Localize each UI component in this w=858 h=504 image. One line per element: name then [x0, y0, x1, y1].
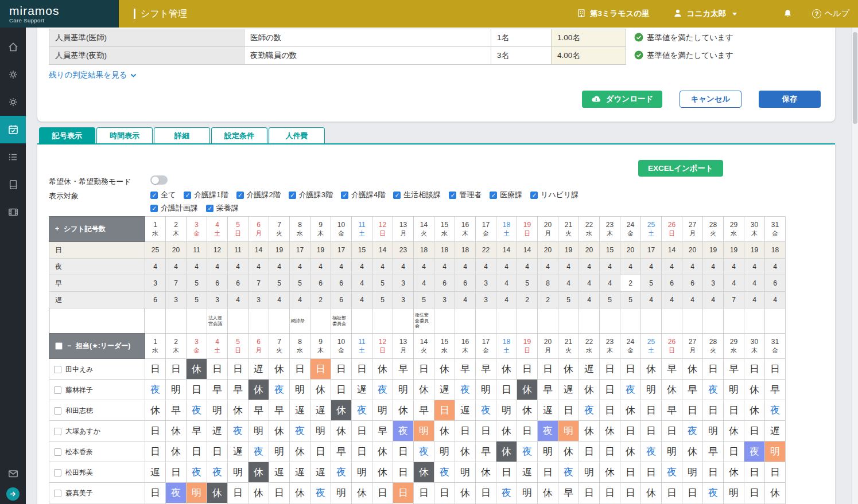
shift-cell[interactable]: 日	[662, 421, 682, 442]
memo-cell[interactable]: 福祉部委員会	[331, 308, 352, 334]
shift-cell[interactable]: 休	[682, 442, 703, 462]
filter-item[interactable]: 栄養課	[206, 203, 239, 213]
shift-cell[interactable]: 早	[682, 380, 703, 400]
shift-cell[interactable]: 遅	[290, 400, 310, 421]
count-row-label[interactable]: 日	[49, 242, 145, 259]
memo-cell[interactable]	[517, 308, 538, 334]
shift-cell[interactable]: 明	[393, 380, 414, 400]
shift-cell[interactable]: 休	[290, 483, 310, 503]
shift-cell[interactable]: 日	[558, 400, 579, 421]
shift-cell[interactable]: 休	[455, 442, 476, 462]
shift-cell[interactable]: 日	[207, 442, 228, 462]
memo-cell[interactable]	[682, 308, 703, 334]
shift-cell[interactable]: 夜	[249, 442, 269, 462]
shift-cell[interactable]: 休	[434, 421, 455, 442]
shift-cell[interactable]: 日	[765, 359, 786, 380]
shift-cell[interactable]: 休	[744, 380, 765, 400]
shift-cell[interactable]: 夜	[310, 483, 331, 503]
shift-cell[interactable]: 休	[372, 462, 393, 483]
shift-cell[interactable]: 夜	[352, 400, 372, 421]
shift-cell[interactable]: 日	[682, 483, 703, 503]
shift-cell[interactable]: 夜	[496, 483, 517, 503]
shift-cell[interactable]: 明	[207, 400, 228, 421]
sidebar-item-manual[interactable]	[0, 171, 26, 198]
memo-cell[interactable]	[724, 308, 744, 334]
shift-cell[interactable]: 日	[166, 359, 187, 380]
shift-cell[interactable]: 休	[414, 462, 434, 483]
shift-cell[interactable]: 日	[703, 400, 724, 421]
app-logo[interactable]: miramos Care Support	[0, 0, 119, 28]
shift-cell[interactable]: 遅	[145, 462, 166, 483]
shift-cell[interactable]: 休	[393, 400, 414, 421]
shift-cell[interactable]: 休	[724, 462, 744, 483]
memo-cell[interactable]	[744, 308, 765, 334]
memo-cell[interactable]	[352, 308, 372, 334]
shift-cell[interactable]: 休	[249, 483, 269, 503]
memo-cell[interactable]	[538, 308, 558, 334]
shift-cell[interactable]: 休	[517, 380, 538, 400]
tab-detail[interactable]: 詳細	[154, 127, 210, 143]
scrollbar-thumb[interactable]	[853, 32, 857, 124]
shift-cell[interactable]: 日	[372, 483, 393, 503]
shift-cell[interactable]: 夜	[703, 380, 724, 400]
shift-cell[interactable]: 早	[249, 400, 269, 421]
symbol-count-header[interactable]: +シフト記号数	[49, 217, 145, 242]
shift-cell[interactable]: 明	[703, 421, 724, 442]
shift-cell[interactable]: 夜	[331, 462, 352, 483]
shift-cell[interactable]: 早	[455, 359, 476, 380]
shift-cell[interactable]: 夜	[207, 462, 228, 483]
shift-cell[interactable]: 日	[434, 483, 455, 503]
memo-cell[interactable]	[579, 308, 600, 334]
count-row-label[interactable]: 早	[49, 275, 145, 292]
shift-cell[interactable]: 日	[393, 442, 414, 462]
memo-cell[interactable]: 納涼祭	[290, 308, 310, 334]
shift-cell[interactable]: 夜	[703, 483, 724, 503]
memo-cell[interactable]	[372, 308, 393, 334]
filter-item[interactable]: 医療課	[490, 190, 522, 200]
filter-item[interactable]: 介護計画課	[150, 203, 198, 213]
shift-cell[interactable]: 日	[310, 442, 331, 462]
shift-cell[interactable]: 日	[744, 359, 765, 380]
shift-cell[interactable]: 休	[290, 442, 310, 462]
tab-symbol-view[interactable]: 記号表示	[39, 127, 95, 143]
shift-cell[interactable]: 明	[724, 483, 744, 503]
shift-cell[interactable]: 早	[414, 400, 434, 421]
shift-cell[interactable]: 日	[579, 442, 600, 462]
shift-cell[interactable]: 日	[290, 359, 310, 380]
help-button[interactable]: ? ヘルプ	[812, 9, 849, 19]
shift-cell[interactable]: 明	[228, 462, 249, 483]
shift-cell[interactable]: 早	[476, 442, 496, 462]
memo-cell[interactable]	[600, 308, 620, 334]
sidebar-item-shift-schedule[interactable]	[0, 116, 26, 143]
shift-cell[interactable]: 休	[207, 483, 228, 503]
shift-cell[interactable]: 日	[145, 359, 166, 380]
shift-cell[interactable]: 遅	[455, 400, 476, 421]
shift-cell[interactable]: 夜	[393, 421, 414, 442]
shift-cell[interactable]: 明	[310, 421, 331, 442]
shift-cell[interactable]: 遅	[517, 462, 538, 483]
staff-checkbox[interactable]	[54, 428, 61, 435]
staff-checkbox[interactable]	[54, 490, 61, 497]
filter-item[interactable]: 管理者	[449, 190, 482, 200]
shift-cell[interactable]: 夜	[455, 380, 476, 400]
shift-cell[interactable]: 夜	[558, 462, 579, 483]
shift-cell[interactable]: 明	[496, 400, 517, 421]
shift-cell[interactable]: 休	[249, 462, 269, 483]
shift-cell[interactable]: 遅	[352, 380, 372, 400]
save-button[interactable]: 保存	[759, 91, 821, 108]
shift-cell[interactable]: 休	[166, 421, 187, 442]
shift-cell[interactable]: 休	[476, 462, 496, 483]
shift-cell[interactable]: 休	[765, 483, 786, 503]
shift-cell[interactable]: 夜	[434, 462, 455, 483]
memo-cell[interactable]	[310, 308, 331, 334]
shift-cell[interactable]: 遅	[434, 380, 455, 400]
sidebar-item-home[interactable]	[0, 33, 26, 61]
show-more-results-link[interactable]: 残りの判定結果を見る	[49, 70, 137, 80]
shift-cell[interactable]: 休	[228, 400, 249, 421]
filter-item[interactable]: リハビリ課	[530, 190, 579, 200]
vertical-scrollbar[interactable]	[851, 28, 858, 504]
shift-cell[interactable]: 夜	[579, 400, 600, 421]
shift-cell[interactable]: 休	[600, 462, 620, 483]
memo-header[interactable]: +メモ欄	[49, 308, 145, 334]
shift-cell[interactable]: 休	[166, 442, 187, 462]
